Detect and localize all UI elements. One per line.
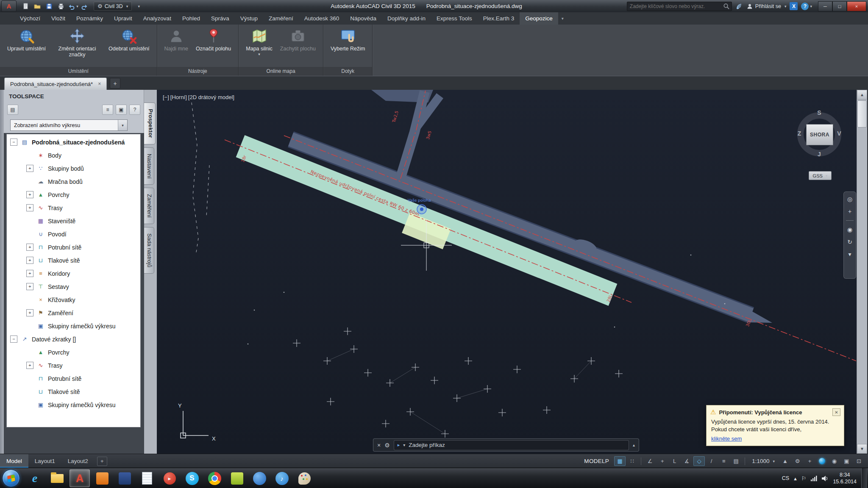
expand-toggle[interactable]: −: [10, 336, 17, 343]
taskbar-paint[interactable]: [294, 469, 314, 487]
chevron-down-icon[interactable]: ▾: [118, 120, 127, 130]
object-snap-tracking-icon[interactable]: /: [706, 456, 717, 466]
edit-location-button[interactable]: Upravit umístění: [4, 27, 49, 53]
annotation-scale-dropdown[interactable]: 1:1000 ▾: [748, 458, 779, 464]
panel-label-nastroje[interactable]: Nástroje: [157, 67, 239, 76]
taskbar-orange-app[interactable]: [92, 469, 112, 487]
open-file-icon[interactable]: [32, 1, 43, 11]
expand-toggle[interactable]: +: [26, 204, 33, 211]
taskbar-skype[interactable]: S: [182, 469, 202, 487]
minimize-button[interactable]: ─: [818, 1, 832, 11]
orbit-icon[interactable]: ↻: [847, 238, 852, 245]
command-line[interactable]: × ⚙ ▸ ▾ Zadejte příkaz ▴: [373, 438, 639, 452]
mark-position-button[interactable]: Označit polohu: [193, 27, 234, 53]
isolate-objects-icon[interactable]: ◉: [829, 456, 840, 466]
viewcube-top-face[interactable]: SHORA: [806, 124, 833, 145]
viewport-visual-style-control[interactable]: [2D drátový model]: [188, 94, 234, 100]
expand-toggle[interactable]: +: [26, 191, 33, 198]
scroll-up-icon[interactable]: ▲: [857, 90, 867, 100]
remove-location-button[interactable]: Odebrat umístění: [106, 27, 153, 53]
tab-nastaveni[interactable]: Nastavení: [144, 147, 154, 185]
taskbar-autocad[interactable]: A: [70, 469, 90, 487]
touch-mode-button[interactable]: Vyberte Režim: [328, 27, 368, 53]
taskbar-internet-explorer[interactable]: e: [25, 469, 45, 487]
save-icon[interactable]: [44, 1, 55, 11]
reorient-marker-button[interactable]: Změnit orientaci značky: [50, 27, 104, 59]
taskbar-chrome[interactable]: [204, 469, 225, 487]
expand-toggle[interactable]: +: [26, 362, 33, 369]
annotation-visibility-icon[interactable]: ▲: [779, 456, 791, 466]
dynamic-input-icon[interactable]: +: [657, 456, 668, 466]
tree-item-ds-skupiny-ramecku[interactable]: ▣Skupiny rámečků výkresu: [7, 398, 140, 411]
a360-signal-icon[interactable]: [735, 3, 743, 10]
ucs-selector-button[interactable]: GSS ▾: [809, 171, 832, 180]
tray-clock[interactable]: 8:34 15.6.2014: [833, 471, 857, 485]
panel-label-umisteni[interactable]: Umístění: [0, 67, 157, 76]
snap-icon[interactable]: ∷: [626, 456, 638, 466]
pan-icon[interactable]: +: [848, 208, 851, 215]
viewcube[interactable]: S Z V J SHORA: [792, 107, 847, 162]
tree-item-potrubni-site[interactable]: +⊓Potrubní sítě: [7, 241, 140, 254]
branch-road[interactable]: [400, 92, 425, 180]
help-button[interactable]: ? ▾: [801, 3, 812, 10]
expand-toggle[interactable]: +: [26, 283, 33, 290]
tab-prospektor[interactable]: Prospektor: [144, 103, 156, 144]
tree-item-povrchy[interactable]: +▲Povrchy: [7, 188, 140, 201]
viewport-view-control[interactable]: [Horní]: [170, 94, 187, 100]
tree-item-ds-tlakove-site[interactable]: ⊔Tlakové sítě: [7, 385, 140, 398]
tree-item-povodi[interactable]: ∪Povodí: [7, 227, 140, 241]
customize-icon[interactable]: ⚙: [384, 442, 390, 449]
help-search[interactable]: [627, 2, 732, 11]
grid-icon[interactable]: ▦: [614, 456, 626, 466]
click-here-link[interactable]: klikněte sem: [711, 435, 742, 442]
compass-south[interactable]: J: [815, 151, 823, 158]
clean-screen-icon[interactable]: ⊡: [853, 456, 865, 466]
viewport-minus-control[interactable]: [−]: [163, 94, 169, 100]
compass-east[interactable]: V: [835, 130, 843, 137]
tree-item-ds-potrubni-site[interactable]: ⊓Potrubní sítě: [7, 372, 140, 385]
close-icon[interactable]: ✕: [832, 408, 840, 416]
command-history-expand-icon[interactable]: ▴: [633, 443, 635, 447]
ribbon-tab-upravit[interactable]: Upravit: [108, 12, 138, 25]
show-desktop-button[interactable]: [861, 468, 867, 488]
show-hidden-icons[interactable]: ▴: [794, 475, 797, 482]
showmotion-icon[interactable]: ▾: [848, 251, 851, 258]
drawing-tab-active[interactable]: Podrobná_situace-zjednodušená* ×: [4, 78, 107, 90]
lineweight-icon[interactable]: ≡: [718, 456, 729, 466]
new-layout-button[interactable]: +: [97, 457, 107, 466]
tree-item-drawing[interactable]: −▤Podrobná_situace-zjednodušená: [7, 136, 140, 149]
redo-icon[interactable]: [79, 1, 90, 11]
application-menu-button[interactable]: A: [1, 0, 17, 12]
annotation-add-icon[interactable]: +: [804, 456, 815, 466]
ribbon-tab-pohled[interactable]: Pohled: [177, 12, 206, 25]
qat-customize-icon[interactable]: ▾: [133, 1, 144, 11]
new-file-icon[interactable]: [20, 1, 31, 11]
toolspace-view-icon[interactable]: ▤: [7, 105, 18, 115]
navigation-wheel-icon[interactable]: ◎: [847, 196, 852, 202]
taskbar-windows-explorer[interactable]: [47, 469, 67, 487]
tab-sada-nastroju[interactable]: Sada nástrojů: [144, 227, 154, 274]
tab-layout1[interactable]: Layout1: [28, 454, 61, 468]
tree-item-ds-trasy[interactable]: +∿Trasy: [7, 359, 140, 372]
tree-item-trasy[interactable]: +∿Trasy: [7, 201, 140, 214]
speaker-icon[interactable]: [822, 476, 828, 481]
undo-icon[interactable]: ▾: [67, 1, 78, 11]
plot-icon[interactable]: [56, 1, 67, 11]
object-snap-icon[interactable]: ◇: [693, 456, 705, 466]
model-space-viewport[interactable]: Nezpevněná udržovaná polní cesta RW 60 z…: [157, 90, 857, 454]
ribbon-tab-zamereni[interactable]: Zaměření: [263, 12, 299, 25]
start-button[interactable]: [2, 469, 20, 487]
network-icon[interactable]: [811, 476, 817, 481]
ribbon-tab-vychozi[interactable]: Výchozí: [14, 12, 46, 25]
expand-toggle[interactable]: +: [26, 165, 33, 172]
zoom-icon[interactable]: ◉: [847, 226, 852, 233]
tree-item-sestavy[interactable]: +⊤Sestavy: [7, 280, 140, 293]
chevron-down-icon[interactable]: ▾: [403, 443, 405, 447]
tab-layout2[interactable]: Layout2: [61, 454, 95, 468]
tree-item-mracna-bodu[interactable]: ☁Mračna bodů: [7, 175, 140, 188]
road-map-button[interactable]: Mapa silnic ▾: [243, 27, 275, 58]
palette-grab-bar[interactable]: [0, 90, 4, 454]
ribbon-tab-geopozice[interactable]: Geopozice: [520, 12, 558, 25]
space-toggle[interactable]: MODELP: [584, 458, 609, 464]
search-icon[interactable]: [723, 3, 730, 10]
